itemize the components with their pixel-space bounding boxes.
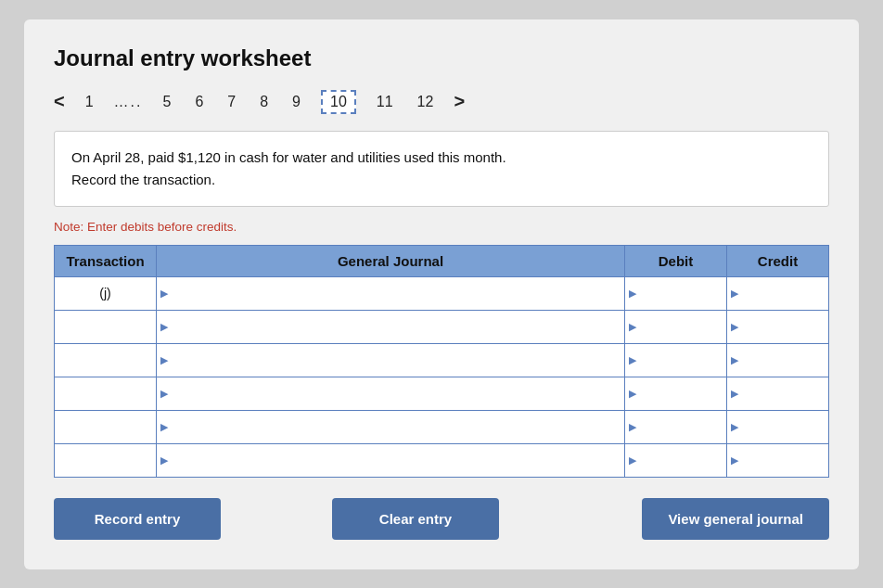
page-1[interactable]: 1 [82, 92, 97, 112]
table-row: (j) [55, 276, 829, 310]
header-general-journal: General Journal [157, 245, 625, 276]
next-page-button[interactable]: > [454, 91, 465, 112]
credit-input-0[interactable] [733, 277, 823, 310]
transaction-cell-2 [55, 343, 157, 377]
description-box: On April 28, paid $1,120 in cash for wat… [54, 131, 829, 207]
table-row [55, 410, 829, 443]
record-entry-button[interactable]: Record entry [54, 498, 221, 540]
debit-cell-5[interactable] [625, 443, 727, 477]
buttons-row: Record entry Clear entry View general jo… [54, 498, 829, 540]
credit-cell-0[interactable] [727, 276, 829, 310]
page-dots: ….. [114, 94, 143, 110]
general-journal-cell-1[interactable] [157, 310, 625, 343]
table-row [55, 310, 829, 343]
transaction-cell-1 [55, 310, 157, 343]
prev-page-button[interactable]: < [54, 91, 65, 112]
debit-input-3[interactable] [631, 377, 721, 410]
page-10-active[interactable]: 10 [321, 90, 356, 114]
credit-input-3[interactable] [733, 377, 823, 410]
credit-cell-5[interactable] [727, 443, 829, 477]
clear-entry-button[interactable]: Clear entry [332, 498, 499, 540]
worksheet-container: Journal entry worksheet < 1 ….. 5 6 7 8 … [24, 19, 859, 569]
journal-table: Transaction General Journal Debit Credit… [54, 245, 829, 478]
general-journal-input-5[interactable] [162, 444, 619, 477]
transaction-cell-4 [55, 410, 157, 443]
table-row [55, 377, 829, 410]
page-6[interactable]: 6 [191, 92, 207, 112]
view-general-journal-button[interactable]: View general journal [642, 498, 829, 540]
general-journal-input-2[interactable] [162, 344, 619, 377]
credit-cell-2[interactable] [727, 343, 829, 377]
page-8[interactable]: 8 [256, 92, 272, 112]
credit-cell-1[interactable] [727, 310, 829, 343]
table-row [55, 443, 829, 477]
transaction-cell-0: (j) [55, 276, 157, 310]
debit-cell-4[interactable] [625, 410, 727, 443]
transaction-cell-5 [55, 443, 157, 477]
general-journal-cell-0[interactable] [157, 276, 625, 310]
credit-input-2[interactable] [733, 344, 823, 377]
general-journal-input-0[interactable] [162, 277, 619, 310]
page-12[interactable]: 12 [414, 92, 438, 112]
debit-input-4[interactable] [631, 411, 721, 443]
credit-cell-3[interactable] [727, 377, 829, 410]
header-transaction: Transaction [55, 245, 157, 276]
note-text: Note: Enter debits before credits. [54, 220, 829, 234]
pagination: < 1 ….. 5 6 7 8 9 10 11 12 > [54, 90, 829, 114]
general-journal-input-1[interactable] [162, 311, 619, 343]
general-journal-input-3[interactable] [162, 377, 619, 410]
general-journal-input-4[interactable] [162, 411, 619, 443]
page-5[interactable]: 5 [159, 92, 174, 112]
credit-input-4[interactable] [733, 411, 823, 443]
page-9[interactable]: 9 [288, 92, 304, 112]
general-journal-cell-3[interactable] [157, 377, 625, 410]
header-credit: Credit [727, 245, 829, 276]
debit-cell-3[interactable] [625, 377, 727, 410]
debit-input-0[interactable] [631, 277, 721, 310]
debit-cell-1[interactable] [625, 310, 727, 343]
debit-cell-2[interactable] [625, 343, 727, 377]
table-row [55, 343, 829, 377]
debit-input-2[interactable] [631, 344, 721, 377]
page-11[interactable]: 11 [373, 92, 397, 112]
credit-input-1[interactable] [733, 311, 823, 343]
header-debit: Debit [625, 245, 727, 276]
credit-input-5[interactable] [733, 444, 823, 477]
debit-cell-0[interactable] [625, 276, 727, 310]
debit-input-1[interactable] [631, 311, 721, 343]
general-journal-cell-2[interactable] [157, 343, 625, 377]
general-journal-cell-5[interactable] [157, 443, 625, 477]
description-text: On April 28, paid $1,120 in cash for wat… [71, 149, 506, 187]
general-journal-cell-4[interactable] [157, 410, 625, 443]
credit-cell-4[interactable] [727, 410, 829, 443]
transaction-cell-3 [55, 377, 157, 410]
page-7[interactable]: 7 [224, 92, 239, 112]
page-title: Journal entry worksheet [54, 45, 829, 71]
debit-input-5[interactable] [631, 444, 721, 477]
